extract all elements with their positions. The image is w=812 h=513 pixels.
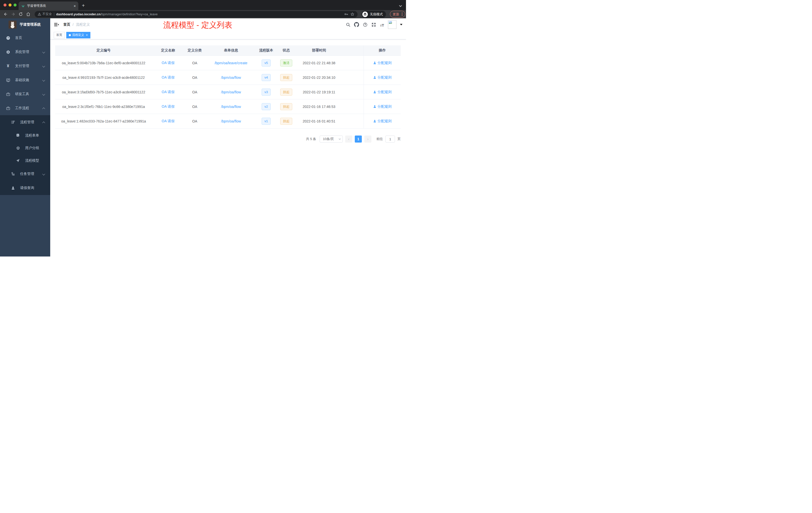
collapse-sidebar-icon[interactable] (54, 22, 59, 27)
back-icon[interactable] (2, 11, 8, 17)
address-bar[interactable]: 不安全 dashboard.yudao.iocoder.cn/bpm/manag… (35, 11, 357, 18)
dashboard-icon (5, 36, 11, 40)
breadcrumb-current: 流程定义 (76, 22, 90, 27)
sidebar-item-devtools[interactable]: 研发工具 (0, 87, 50, 101)
favicon-plant-icon (21, 4, 25, 8)
sidebar-item-process-form[interactable]: 流程表单 (0, 129, 50, 142)
browser-menu-dots-icon[interactable] (402, 12, 403, 16)
form-link[interactable]: /bpm/oa/flow (221, 105, 241, 109)
url-divider (54, 12, 54, 16)
sidebar-menu: 首页 系统管理 ¥ 支付管理 (0, 31, 50, 256)
col-header: 定义分类 (184, 46, 205, 56)
briefcase-icon (5, 92, 11, 96)
sidebar-item-label: 系统管理 (15, 50, 29, 54)
bookmark-star-icon[interactable] (350, 12, 354, 16)
help-icon[interactable] (362, 22, 368, 27)
tags-view: 首页 流程定义 × (50, 31, 406, 39)
sidebar-item-task-mgmt[interactable]: 任务管理 (0, 167, 50, 181)
col-header: 操作 (364, 46, 401, 56)
form-link[interactable]: /bpm/oa/flow (221, 76, 241, 80)
assign-rule-button[interactable]: 分配规则 (373, 61, 392, 65)
font-size-icon[interactable]: TT (379, 22, 385, 27)
browser-tab[interactable]: 芋道管理系统 × (19, 1, 78, 10)
yen-icon: ¥ (5, 63, 11, 68)
definition-name-link[interactable]: OA 请假 (162, 61, 174, 65)
url-text: dashboard.yudao.iocoder.cn/bpm/manager/d… (56, 12, 342, 16)
password-key-icon[interactable] (344, 12, 348, 16)
app-navbar: 首页 / 流程定义 流程模型 - 定义列表 (50, 18, 406, 31)
security-warning[interactable]: 不安全 (38, 12, 52, 16)
status-badge: 激活 (280, 59, 292, 66)
next-page-button[interactable]: › (364, 135, 371, 143)
tab-close-icon[interactable]: × (74, 4, 76, 8)
assign-rule-button[interactable]: 分配规则 (373, 104, 392, 109)
sidebar-item-infra[interactable]: 基础设施 (0, 73, 50, 87)
github-icon[interactable] (354, 22, 359, 27)
sidebar-item-workflow[interactable]: 工作流程 (0, 101, 50, 115)
forward-icon[interactable] (10, 11, 16, 17)
tag-label: 首页 (56, 33, 62, 37)
minimize-window-button[interactable] (8, 3, 11, 6)
user-icon (373, 105, 376, 108)
home-icon[interactable] (25, 11, 31, 17)
goto-page-input[interactable] (385, 135, 395, 143)
sidebar-item-label: 流程模型 (25, 158, 39, 163)
page-number-button[interactable]: 1 (355, 135, 362, 143)
table-row: oa_leave:5:004b710b-7b8a-11ec-8ef0-acde4… (55, 56, 401, 70)
definition-name-link[interactable]: OA 请假 (162, 75, 174, 80)
sidebar-item-home[interactable]: 首页 (0, 31, 50, 45)
tab-search-chevron-icon[interactable] (400, 3, 402, 5)
prev-page-button[interactable]: ‹ (345, 135, 352, 143)
update-button[interactable]: 更新 (393, 12, 399, 17)
reload-icon[interactable] (18, 11, 24, 17)
sidebar-item-label: 工作流程 (15, 106, 29, 111)
cell-category: OA (184, 56, 205, 70)
sidebar-item-payment[interactable]: ¥ 支付管理 (0, 59, 50, 73)
tag-close-icon[interactable]: × (86, 33, 88, 37)
tag-process-definition[interactable]: 流程定义 × (66, 32, 90, 38)
page-annotation: 流程模型 - 定义列表 (163, 20, 232, 30)
assign-rule-button[interactable]: 分配规则 (373, 75, 392, 80)
definition-name-link[interactable]: OA 请假 (162, 104, 174, 109)
form-link[interactable]: /bpm/oa/flow (221, 90, 241, 94)
definition-name-link[interactable]: OA 请假 (162, 119, 174, 123)
tag-home[interactable]: 首页 (54, 32, 65, 38)
cell-definition-id: oa_leave:1:482ec033-762a-11ec-8477-a2380… (55, 114, 152, 128)
sidebar-item-process-model[interactable]: 流程模型 (0, 154, 50, 167)
logo-avatar (8, 21, 17, 29)
page-size-select[interactable]: 10条/页 (320, 135, 343, 143)
breadcrumb-home[interactable]: 首页 (63, 22, 70, 27)
sidebar-item-leave-query[interactable]: 请假查询 (0, 181, 50, 195)
assign-rule-button[interactable]: 分配规则 (373, 90, 392, 94)
search-icon[interactable] (345, 22, 351, 27)
caret-down-icon[interactable] (400, 24, 403, 25)
definition-name-link[interactable]: OA 请假 (162, 90, 174, 94)
user-avatar[interactable] (388, 20, 397, 29)
status-badge: 挂起 (280, 103, 292, 110)
app-title: 芋道管理系统 (20, 22, 41, 27)
paper-plane-icon (15, 159, 21, 163)
close-window-button[interactable] (3, 3, 6, 6)
sidebar-item-system[interactable]: 系统管理 (0, 45, 50, 59)
tree-table-icon (10, 120, 16, 124)
browser-window: 芋道管理系统 × + 不安全 dashboard.yudao.io (0, 0, 406, 256)
sidebar-item-user-group[interactable]: 用户分组 (0, 142, 50, 154)
form-link[interactable]: /bpm/oa/flow (221, 119, 241, 123)
chevron-down-icon (42, 93, 45, 95)
sidebar-item-process-mgmt[interactable]: 流程管理 (0, 115, 50, 129)
form-link[interactable]: /bpm/oa/leave/create (215, 61, 248, 65)
cell-deploy-time: 2022-01-22 20:34:10 (297, 70, 341, 85)
window-controls[interactable] (3, 3, 17, 6)
pagination: 共 5 条 10条/页 ‹ 1 › 前往 页 (55, 135, 401, 143)
zoom-window-button[interactable] (13, 3, 17, 6)
assign-rule-button[interactable]: 分配规则 (373, 119, 392, 123)
new-tab-button[interactable]: + (82, 3, 85, 8)
cell-deploy-time: 2022-01-16 01:40:51 (297, 114, 341, 128)
table-header-row: 定义编号 定义名称 定义分类 表单信息 流程版本 状态 部署时间 操作 (55, 46, 401, 56)
version-badge: v1 (262, 118, 271, 125)
update-menu-pill[interactable]: 更新 (390, 11, 405, 18)
col-header: 部署时间 (297, 46, 341, 56)
fullscreen-icon[interactable] (371, 22, 376, 27)
browser-tabstrip: 芋道管理系统 × + (0, 0, 406, 10)
briefcase-icon (5, 106, 11, 111)
